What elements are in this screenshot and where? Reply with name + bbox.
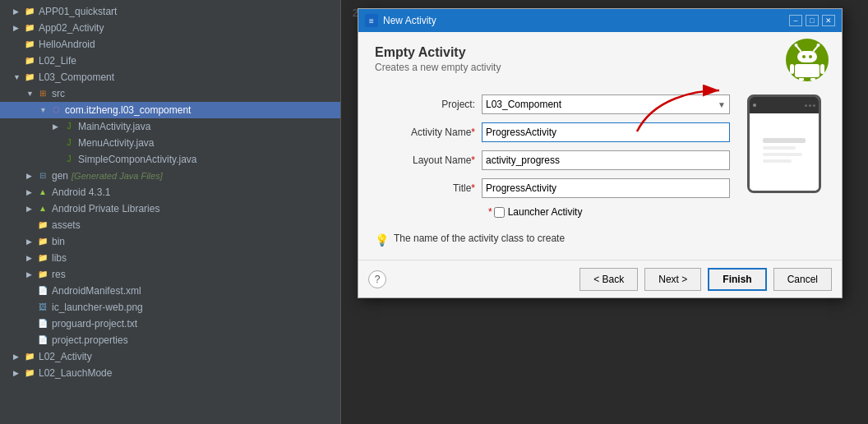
java-icon: J [62,120,76,133]
project-select[interactable]: L03_Compoment ▼ [482,94,730,114]
form-section: Project: L03_Compoment ▼ Activity Name* [375,94,730,226]
tree-item-src[interactable]: ▼ ⊞ src [0,85,340,102]
cancel-button[interactable]: Cancel [773,268,832,291]
tree-item-assets[interactable]: 📁 assets [0,217,340,233]
required-indicator: * [471,154,475,166]
svg-rect-8 [790,64,794,74]
minimize-button[interactable]: – [789,15,802,26]
android-robot-svg [787,39,828,81]
required-indicator: * [471,127,475,138]
required-indicator: * [471,182,475,194]
hint-text: The name of the activity class to create [394,233,565,244]
select-arrow-icon: ▼ [718,100,726,109]
back-button[interactable]: < Back [579,268,638,291]
dialog-content: Project: L03_Compoment ▼ Activity Name* [375,94,825,226]
phone-header [750,97,819,113]
gen-icon: ⊟ [36,169,49,182]
phone-dot-small [813,104,815,107]
tree-item-android431[interactable]: ▶ ▲ Android 4.3.1 [0,184,340,200]
dialog-header-text: Empty Activity Creates a new empty activ… [375,45,501,73]
folder-icon: 📁 [36,268,49,281]
svg-rect-15 [763,159,792,163]
hint-icon: 💡 [375,233,389,247]
project-select-value: L03_Compoment [486,99,561,110]
svg-rect-12 [763,138,806,143]
finish-button[interactable]: Finish [708,268,766,291]
maximize-button[interactable]: □ [806,15,819,26]
footer-buttons: < Back Next > Finish Cancel [579,268,832,291]
help-button[interactable]: ? [368,270,386,288]
tree-item-bin[interactable]: ▶ 📁 bin [0,233,340,250]
project-label: Project: [375,99,482,110]
src-icon: ⊞ [36,87,49,100]
svg-line-2 [814,46,818,51]
tree-item-proj[interactable]: 📄 project.properties [0,332,340,348]
tree-item-l02launch[interactable]: ▶ 📁 L02_LauchMode [0,365,340,381]
layout-name-input[interactable] [482,150,730,170]
tree-item-l03[interactable]: ▼ 📁 L03_Compoment [0,69,340,85]
ide-file-tree: ▶ 📁 APP01_quickstart ▶ 📁 App02_Activity … [0,0,341,424]
image-icon: 🖼 [36,301,49,314]
folder-icon: 📁 [23,21,36,35]
dialog-heading: Empty Activity [375,45,501,60]
folder-icon: 📁 [23,54,36,67]
tree-item-main[interactable]: ▶ J MainActivity.java [0,118,340,135]
hint-row: 💡 The name of the activity class to crea… [375,233,825,247]
phone-dots-right [805,104,815,107]
tree-item-proguard[interactable]: 📄 proguard-project.txt [0,316,340,332]
footer-left: ? [368,270,386,288]
folder-icon: 📁 [23,5,36,18]
tree-item-app01[interactable]: ▶ 📁 APP01_quickstart [0,3,340,20]
titlebar-left: ≡ New Activity [365,14,436,27]
folder-icon: 📁 [23,38,36,51]
phone-body [750,113,819,191]
folder-icon: 📁 [36,251,49,265]
tree-item-package[interactable]: ▼ ⬡ com.itzheng.l03_compoment [0,102,340,118]
activity-name-input[interactable] [482,122,730,142]
file-icon: 📄 [36,317,49,330]
tree-item-manifest[interactable]: 📄 AndroidManifest.xml [0,283,340,299]
file-icon: 📄 [36,284,49,297]
android-logo [786,39,829,81]
svg-rect-4 [797,51,817,62]
dialog-subheading: Creates a new empty activity [375,62,501,73]
launcher-checkbox[interactable] [494,207,505,218]
java-icon: J [62,136,76,150]
svg-rect-10 [799,78,804,81]
package-icon: ⬡ [49,104,62,117]
tree-item-launcher[interactable]: 🖼 ic_launcher-web.png [0,299,340,316]
svg-point-1 [795,44,798,47]
dialog-header: Empty Activity Creates a new empty activ… [375,45,825,81]
activity-name-label: Activity Name* [375,127,482,138]
svg-rect-7 [795,64,820,77]
dialog-footer: ? < Back Next > Finish Cancel [358,260,842,297]
launcher-required: * [488,206,492,218]
tree-item-l02activity[interactable]: ▶ 📁 L02_Activity [0,348,340,365]
tree-item-private[interactable]: ▶ ▲ Android Private Libraries [0,200,340,217]
dialog-title: New Activity [383,15,436,26]
folder-icon: 📁 [36,235,49,248]
phone-frame [747,94,821,193]
svg-point-6 [809,55,812,58]
tree-item-app02[interactable]: ▶ 📁 App02_Activity [0,20,340,36]
tree-item-res[interactable]: ▶ 📁 res [0,266,340,283]
java-icon: J [62,153,76,166]
tree-item-gen[interactable]: ▶ ⊟ gen [Generated Java Files] [0,168,340,184]
close-button[interactable]: ✕ [822,15,835,26]
dialog-titlebar: ≡ New Activity – □ ✕ [358,9,842,32]
next-button[interactable]: Next > [644,268,701,291]
svg-point-5 [802,55,806,58]
tree-item-l02life[interactable]: 📁 L02_Life [0,53,340,69]
new-activity-dialog: ≡ New Activity – □ ✕ Empty Activity Crea… [358,8,843,298]
svg-rect-9 [820,64,824,74]
folder-icon: 📁 [36,219,49,232]
tree-container: ▶ 📁 APP01_quickstart ▶ 📁 App02_Activity … [0,0,340,385]
tree-item-simple[interactable]: J SimpleComponActivity.java [0,151,340,168]
tree-item-menu[interactable]: J MenuActivity.java [0,135,340,151]
layout-name-label: Layout Name* [375,154,482,166]
title-input[interactable] [482,178,730,198]
tree-item-hello[interactable]: 📁 HelloAndroid [0,36,340,53]
tree-item-libs[interactable]: ▶ 📁 libs [0,250,340,266]
project-row: Project: L03_Compoment ▼ [375,94,730,114]
launcher-row: * Launcher Activity [375,206,730,218]
